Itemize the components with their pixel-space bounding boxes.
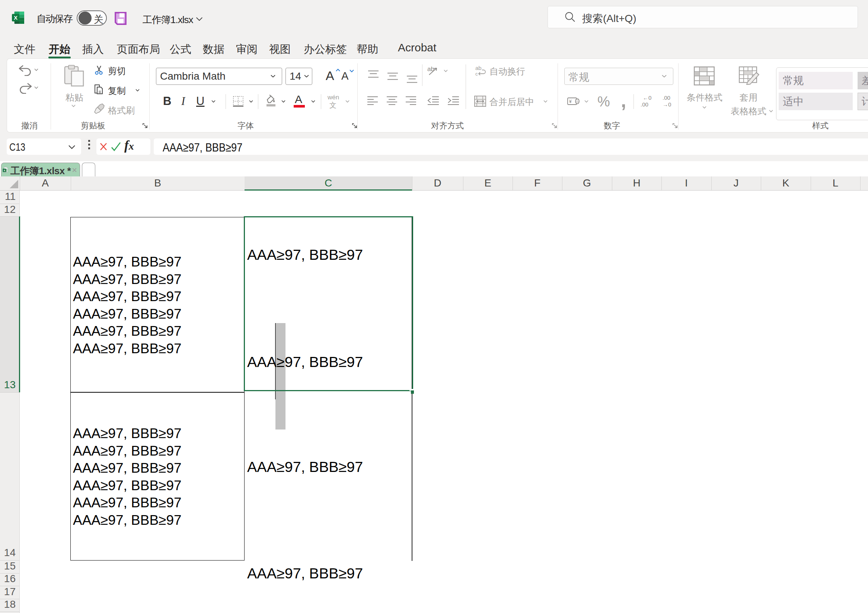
svg-text:←0: ←0 [643,94,651,101]
svg-text:¥: ¥ [569,99,572,104]
svg-text:→0: →0 [663,101,671,108]
svg-text:x: x [4,169,5,172]
svg-text:.00: .00 [663,94,670,101]
svg-text:c: c [475,71,478,76]
svg-text:.00: .00 [640,101,648,108]
svg-text:ab: ab [475,65,482,71]
svg-text:X: X [14,14,17,21]
